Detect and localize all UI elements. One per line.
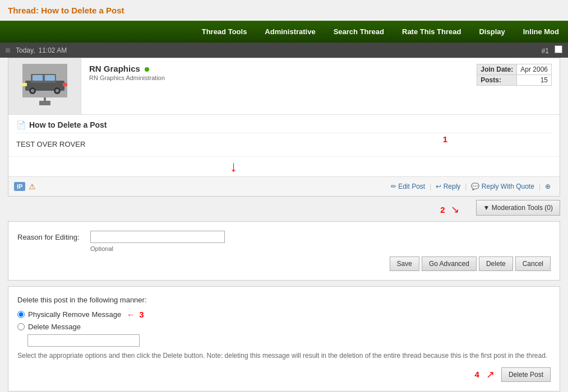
post-action-right: ✏ Edit Post | ↩ Reply | 💬 Reply With Quo… <box>387 180 554 193</box>
post-toolbar-right: #1 <box>542 45 562 55</box>
delete-reason-input[interactable] <box>27 334 140 347</box>
svg-rect-3 <box>33 75 43 81</box>
post-action-left: IP ⚠ <box>14 182 36 191</box>
annotation-2-label: 2 <box>440 205 445 214</box>
radio-delete-message-row: Delete Message <box>17 323 551 331</box>
online-indicator <box>145 67 149 72</box>
annotation-3-arrow: ← <box>127 310 135 319</box>
reason-label: Reason for Editing: <box>17 231 85 241</box>
join-date-label: Join Date: <box>477 64 517 75</box>
user-meta: Join Date: Apr 2006 Posts: 15 <box>469 58 560 114</box>
post-content: 📄 How to Delete a Post TEST OVER ROVER <box>8 115 560 157</box>
post-toolbar: Today, 11:02 AM #1 <box>0 43 568 58</box>
ip-badge[interactable]: IP <box>14 182 25 191</box>
posts-value: 15 <box>517 75 552 86</box>
post-body: TEST OVER ROVER <box>16 138 552 151</box>
radio-physically-remove[interactable] <box>17 311 25 318</box>
go-advanced-button[interactable]: Go Advanced <box>422 256 477 271</box>
svg-rect-4 <box>45 75 55 81</box>
divider-2: | <box>465 183 467 190</box>
user-info: RN Graphics RN Graphics Administration <box>81 58 469 114</box>
avatar <box>22 64 67 97</box>
optional-label: Optional <box>90 245 551 252</box>
radio-physically-remove-row: Physically Remove Message ← 3 <box>17 310 551 319</box>
page-title-bar: Thread: How to Delete a Post <box>0 0 568 21</box>
posts-label: Posts: <box>477 75 517 86</box>
mod-tools-row: 2 ↘ ▼ Moderation Tools (0) <box>8 197 560 219</box>
delete-section-title: Delete this post in the following manner… <box>17 296 551 304</box>
annotation-1-label: 1 <box>443 134 447 144</box>
moderation-tools-button[interactable]: ▼ Moderation Tools (0) <box>476 200 560 216</box>
thread-title: How to Delete a Post <box>41 6 124 15</box>
delete-message-label: Delete Message <box>28 323 81 331</box>
monitor-base <box>39 101 50 105</box>
thread-label: Thread: <box>8 6 39 15</box>
user-role: RN Graphics Administration <box>89 74 461 81</box>
username: RN Graphics <box>89 64 461 73</box>
radio-delete-message[interactable] <box>17 323 25 330</box>
svg-point-6 <box>31 89 34 92</box>
reason-input[interactable] <box>90 231 225 243</box>
nav-rate-thread[interactable]: Rate This Thread <box>393 21 470 43</box>
form-buttons-row: Save Go Advanced Delete Cancel <box>17 256 551 271</box>
physically-remove-label: Physically Remove Message <box>28 310 121 319</box>
cancel-button[interactable]: Cancel <box>515 256 551 271</box>
post-date: Today, <box>16 46 35 54</box>
post-number: #1 <box>542 47 549 55</box>
post-time: 11:02 AM <box>38 46 67 54</box>
svg-rect-9 <box>22 83 27 86</box>
edit-post-button[interactable]: ✏ Edit Post <box>387 180 428 193</box>
delete-button[interactable]: Delete <box>479 256 513 271</box>
black-square-icon <box>6 48 10 53</box>
nav-search-thread[interactable]: Search Thread <box>325 21 393 43</box>
delete-post-button[interactable]: Delete Post <box>501 367 551 382</box>
divider-3: | <box>539 183 541 190</box>
post-action-bar: IP ⚠ ✏ Edit Post | ↩ Reply | 💬 Reply Wit… <box>8 176 560 196</box>
svg-point-8 <box>56 89 59 92</box>
reason-row: Reason for Editing: <box>17 231 551 243</box>
delete-note: Select the appropriate options and then … <box>17 351 551 361</box>
reply-with-quote-button[interactable]: 💬 Reply With Quote <box>468 180 537 193</box>
annotation-4-label: 4 <box>475 370 479 379</box>
doc-icon: 📄 <box>16 120 26 129</box>
join-date-value: Apr 2006 <box>517 64 552 75</box>
user-avatar <box>8 58 81 114</box>
user-row: RN Graphics RN Graphics Administration J… <box>8 58 560 115</box>
post-title-line: 📄 How to Delete a Post <box>16 120 552 133</box>
multi-quote-button[interactable]: ⊕ <box>542 180 554 193</box>
reply-button[interactable]: ↩ Reply <box>432 180 464 193</box>
post-container: RN Graphics RN Graphics Administration J… <box>8 58 560 197</box>
annotation-1-arrow: ↓ <box>230 158 237 175</box>
delete-section: Delete this post in the following manner… <box>8 286 560 391</box>
nav-administrative[interactable]: Administrative <box>256 21 324 43</box>
nav-inline-mod[interactable]: Inline Mod <box>514 21 568 43</box>
nav-display[interactable]: Display <box>470 21 514 43</box>
divider-1: | <box>430 183 431 190</box>
post-title: How to Delete a Post <box>29 120 107 129</box>
warn-icon[interactable]: ⚠ <box>29 182 36 191</box>
nav-thread-tools[interactable]: Thread Tools <box>193 21 256 43</box>
annotation-4-arrow: ↗ <box>486 368 495 381</box>
post-toolbar-left: Today, 11:02 AM <box>6 46 67 54</box>
save-button[interactable]: Save <box>390 256 419 271</box>
svg-rect-10 <box>63 83 67 86</box>
delete-post-row: 4 ↗ Delete Post <box>17 367 551 382</box>
white-box-icon <box>555 45 562 53</box>
annotation-2-arrow: ↘ <box>451 203 459 216</box>
nav-bar: Thread Tools Administrative Search Threa… <box>0 21 568 43</box>
annotation-3-label: 3 <box>139 310 144 319</box>
edit-form: Reason for Editing: Optional Save Go Adv… <box>8 221 560 281</box>
